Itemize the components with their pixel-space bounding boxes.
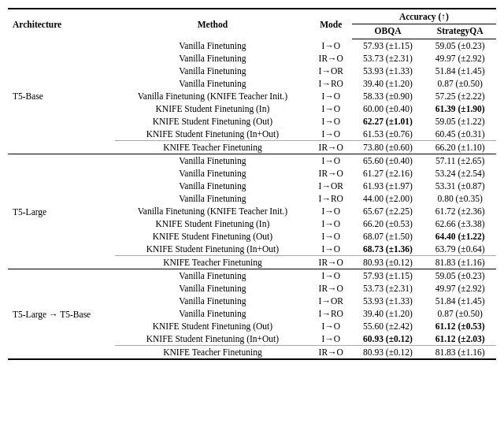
strategyqa-cell: 61.72 (±2.36) [424, 205, 496, 217]
strategyqa-cell: 51.84 (±1.45) [424, 295, 496, 307]
architecture-cell: T5-Base [8, 39, 115, 154]
obqa-cell: 53.73 (±2.31) [352, 282, 424, 295]
accuracy-header: Accuracy (↑) [352, 9, 496, 24]
strategyqa-cell: 59.05 (±0.23) [424, 269, 496, 283]
mode-cell: IR→O [310, 167, 352, 180]
strategyqa-cell: 60.45 (±0.31) [424, 128, 496, 141]
obqa-cell: 53.93 (±1.33) [352, 65, 424, 77]
method-cell: Vanilla Finetuning [115, 167, 310, 180]
mode-cell: IR→O [310, 52, 352, 65]
mode-cell: I→RO [310, 77, 352, 90]
strategyqa-cell: 62.66 (±3.38) [424, 217, 496, 230]
mode-cell: I→O [310, 269, 352, 283]
method-header: Method [115, 9, 310, 39]
knife-teacher-method-cell: KNIFE Teacher Finetuning [115, 256, 310, 269]
obqa-cell: 60.93 (±0.12) [352, 332, 424, 346]
table-row: T5-LargeVanilla FinetuningI→O65.60 (±0.4… [8, 154, 496, 168]
mode-cell: I→O [310, 90, 352, 102]
obqa-cell: 60.00 (±0.40) [352, 102, 424, 115]
method-cell: KNIFE Student Finetuning (In) [115, 102, 310, 115]
obqa-cell: 44.00 (±2.00) [352, 192, 424, 205]
obqa-cell: 61.53 (±0.76) [352, 128, 424, 141]
method-cell: Vanilla Finetuning [115, 282, 310, 295]
method-cell: Vanilla Finetuning (KNIFE Teacher Init.) [115, 205, 310, 217]
strategyqa-cell: 0.87 (±0.50) [424, 307, 496, 320]
mode-cell: I→O [310, 154, 352, 168]
knife-teacher-method-cell: KNIFE Teacher Finetuning [115, 141, 310, 154]
obqa-cell: 68.73 (±1.36) [352, 243, 424, 256]
architecture-header: Architecture [8, 9, 115, 39]
mode-cell: I→O [310, 39, 352, 53]
obqa-cell: 65.60 (±0.40) [352, 154, 424, 168]
obqa-cell: 61.27 (±2.16) [352, 167, 424, 180]
mode-cell: I→OR [310, 295, 352, 307]
mode-cell: I→O [310, 115, 352, 128]
architecture-cell: T5-Large → T5-Base [8, 269, 115, 360]
knife-teacher-mode-cell: IR→O [310, 346, 352, 360]
method-cell: Vanilla Finetuning (KNIFE Teacher Init.) [115, 90, 310, 102]
strategyqa-cell: 57.25 (±2.22) [424, 90, 496, 102]
mode-cell: I→OR [310, 65, 352, 77]
method-cell: Vanilla Finetuning [115, 180, 310, 192]
method-cell: KNIFE Student Finetuning (In+Out) [115, 243, 310, 256]
strategyqa-cell: 57.11 (±2.65) [424, 154, 496, 168]
strategyqa-cell: 0.87 (±0.50) [424, 77, 496, 90]
obqa-cell: 58.33 (±0.90) [352, 90, 424, 102]
method-cell: Vanilla Finetuning [115, 77, 310, 90]
mode-cell: I→O [310, 230, 352, 243]
method-cell: Vanilla Finetuning [115, 52, 310, 65]
strategyqa-cell: 61.39 (±1.90) [424, 102, 496, 115]
method-cell: KNIFE Student Finetuning (Out) [115, 320, 310, 332]
method-cell: KNIFE Student Finetuning (In+Out) [115, 128, 310, 141]
mode-cell: I→RO [310, 192, 352, 205]
architecture-cell: T5-Large [8, 154, 115, 269]
mode-cell: IR→O [310, 282, 352, 295]
mode-cell: I→O [310, 332, 352, 346]
obqa-cell: 39.40 (±1.20) [352, 307, 424, 320]
obqa-cell: 39.40 (±1.20) [352, 77, 424, 90]
knife-teacher-strategyqa-cell: 81.83 (±1.16) [424, 256, 496, 269]
knife-teacher-method-cell: KNIFE Teacher Finetuning [115, 346, 310, 360]
obqa-cell: 53.73 (±2.31) [352, 52, 424, 65]
strategyqa-cell: 61.12 (±2.03) [424, 332, 496, 346]
strategyqa-cell: 53.24 (±2.54) [424, 167, 496, 180]
strategyqa-cell: 64.40 (±1.22) [424, 230, 496, 243]
strategyqa-cell: 0.80 (±0.35) [424, 192, 496, 205]
obqa-cell: 68.07 (±1.50) [352, 230, 424, 243]
method-cell: Vanilla Finetuning [115, 295, 310, 307]
strategyqa-cell: 49.97 (±2.92) [424, 52, 496, 65]
mode-cell: I→O [310, 217, 352, 230]
method-cell: KNIFE Student Finetuning (Out) [115, 115, 310, 128]
obqa-cell: 66.20 (±0.53) [352, 217, 424, 230]
strategyqa-header: StrategyQA [424, 24, 496, 39]
method-cell: KNIFE Student Finetuning (Out) [115, 230, 310, 243]
knife-teacher-strategyqa-cell: 66.20 (±1.10) [424, 141, 496, 154]
strategyqa-cell: 59.05 (±0.23) [424, 39, 496, 53]
table-row: T5-BaseVanilla FinetuningI→O57.93 (±1.15… [8, 39, 496, 53]
method-cell: Vanilla Finetuning [115, 39, 310, 53]
obqa-cell: 53.93 (±1.33) [352, 295, 424, 307]
mode-cell: I→O [310, 205, 352, 217]
obqa-cell: 65.67 (±2.25) [352, 205, 424, 217]
mode-cell: I→OR [310, 180, 352, 192]
method-cell: KNIFE Student Finetuning (In) [115, 217, 310, 230]
mode-cell: I→O [310, 128, 352, 141]
strategyqa-cell: 61.12 (±0.53) [424, 320, 496, 332]
method-cell: Vanilla Finetuning [115, 192, 310, 205]
method-cell: Vanilla Finetuning [115, 269, 310, 283]
knife-teacher-mode-cell: IR→O [310, 256, 352, 269]
strategyqa-cell: 59.05 (±1.22) [424, 115, 496, 128]
table-row: T5-Large → T5-BaseVanilla FinetuningI→O5… [8, 269, 496, 283]
obqa-cell: 55.60 (±2.42) [352, 320, 424, 332]
obqa-cell: 61.93 (±1.97) [352, 180, 424, 192]
obqa-cell: 57.93 (±1.15) [352, 269, 424, 283]
mode-cell: I→O [310, 320, 352, 332]
knife-teacher-strategyqa-cell: 81.83 (±1.16) [424, 346, 496, 360]
obqa-cell: 57.93 (±1.15) [352, 39, 424, 53]
knife-teacher-obqa-cell: 73.80 (±0.60) [352, 141, 424, 154]
strategyqa-cell: 51.84 (±1.45) [424, 65, 496, 77]
knife-teacher-obqa-cell: 80.93 (±0.12) [352, 256, 424, 269]
mode-cell: I→O [310, 102, 352, 115]
method-cell: KNIFE Student Finetuning (In+Out) [115, 332, 310, 346]
obqa-header: OBQA [352, 24, 424, 39]
